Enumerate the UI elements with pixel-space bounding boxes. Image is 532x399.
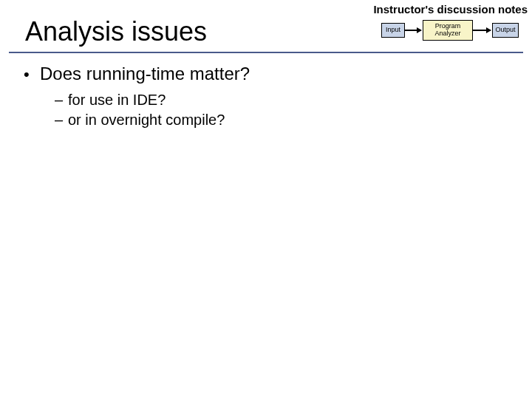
bullet-level2: – for use in IDE? bbox=[55, 92, 250, 109]
bullet-text: Does running-time matter? bbox=[40, 64, 250, 84]
bullet-dash-icon: – bbox=[55, 92, 68, 109]
bullet-list: • Does running-time matter? – for use in… bbox=[24, 64, 250, 132]
diagram-analyzer-label: Program Analyzer bbox=[434, 23, 460, 38]
bullet-text: or in overnight compile? bbox=[68, 112, 225, 129]
program-analyzer-diagram: Input Program Analyzer Output bbox=[381, 18, 529, 47]
arrow-icon bbox=[473, 30, 491, 31]
bullet-text: for use in IDE? bbox=[68, 92, 166, 109]
slide: Instructor's discussion notes Analysis i… bbox=[0, 0, 532, 399]
instructor-note: Instructor's discussion notes bbox=[373, 3, 528, 16]
title-underline bbox=[9, 52, 523, 53]
bullet-dot-icon: • bbox=[24, 66, 40, 83]
bullet-level1: • Does running-time matter? bbox=[24, 64, 250, 84]
diagram-analyzer-box: Program Analyzer bbox=[423, 20, 473, 41]
arrow-icon bbox=[405, 30, 421, 31]
bullet-level2: – or in overnight compile? bbox=[55, 112, 250, 129]
diagram-output-box: Output bbox=[492, 23, 519, 38]
diagram-input-box: Input bbox=[381, 23, 405, 38]
diagram-output-label: Output bbox=[495, 27, 515, 34]
bullet-dash-icon: – bbox=[55, 112, 68, 129]
slide-title: Analysis issues bbox=[25, 16, 207, 47]
diagram-input-label: Input bbox=[386, 27, 400, 34]
